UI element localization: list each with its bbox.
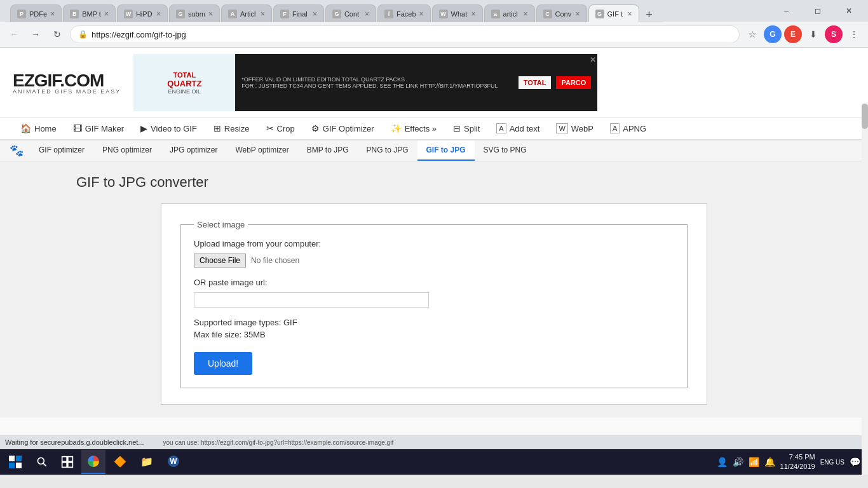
browser-tab-10[interactable]: a articl ×	[484, 4, 535, 22]
nav-split[interactable]: ⊟ Split	[445, 118, 487, 140]
upload-button[interactable]: Upload!	[194, 352, 252, 375]
taskbar-search[interactable]	[31, 450, 53, 474]
browser-tab-4[interactable]: G subm ×	[169, 4, 220, 22]
sub-nav-png-to-jpg[interactable]: PNG to JPG	[357, 140, 417, 161]
sub-nav-gif-to-jpg[interactable]: GIF to JPG	[417, 140, 475, 161]
nav-add-text[interactable]: A Add text	[489, 118, 547, 140]
start-button[interactable]	[3, 450, 28, 474]
tab-close-3[interactable]: ×	[153, 10, 161, 18]
file-input-row: Choose File No file chosen	[194, 254, 674, 268]
profile-icon-1[interactable]: G	[764, 25, 782, 43]
browser-tab-3[interactable]: W HiPD ×	[117, 4, 168, 22]
people-icon[interactable]: 👤	[717, 457, 728, 467]
supported-types: Supported image types: GIF	[194, 318, 674, 327]
tab-label-11: Conv	[555, 10, 572, 18]
tab-close-2[interactable]: ×	[101, 10, 109, 18]
taskbar-files[interactable]: 📁	[135, 450, 159, 474]
tab-favicon-9: W	[439, 10, 448, 18]
sub-nav-svg-to-png[interactable]: SVG to PNG	[475, 140, 536, 161]
ad-close-icon[interactable]: ✕	[590, 55, 596, 64]
task-view-button[interactable]	[56, 450, 79, 474]
taskbar-chrome[interactable]	[81, 450, 105, 474]
notification-icon[interactable]: 🔔	[764, 457, 775, 467]
back-button[interactable]: ←	[5, 25, 23, 43]
browser-tab-11[interactable]: C Conv ×	[536, 4, 587, 22]
sub-nav-jpg-optimizer[interactable]: JPG optimizer	[161, 140, 226, 161]
browser-tab-1[interactable]: P PDFe ×	[10, 4, 62, 22]
status-text: Waiting for securepubads.g.doubleclick.n…	[5, 438, 144, 446]
nav-apng-label: APNG	[623, 124, 646, 133]
taskbar: 🔶 📁 W 👤 🔊 📶 🔔 7:45 PM 11/24/2019 ENG US …	[0, 449, 868, 475]
tab-close-7[interactable]: ×	[362, 10, 369, 18]
browser-tab-2[interactable]: B BMP t ×	[63, 4, 116, 22]
scrollbar-thumb[interactable]	[862, 104, 868, 129]
refresh-button[interactable]: ↻	[48, 25, 66, 43]
minimize-button[interactable]: –	[772, 1, 801, 20]
browser-tab-12[interactable]: G GIF t ×	[588, 4, 639, 22]
nav-effects[interactable]: ✨ Effects »	[383, 118, 444, 140]
nav-resize[interactable]: ⊞ Resize	[206, 118, 257, 140]
nav-webp[interactable]: W WebP	[548, 118, 601, 140]
sub-nav-icon: 🐾	[10, 144, 24, 158]
nav-gif-maker[interactable]: 🎞 GIF Maker	[65, 118, 132, 140]
logo-subtitle: ANIMATED GIFS MADE EASY	[13, 88, 121, 95]
scrollbar[interactable]	[862, 104, 868, 475]
nav-gif-optimizer[interactable]: ⚙ GIF Optimizer	[304, 118, 382, 140]
sub-nav-bmp-to-jpg[interactable]: BMP to JPG	[298, 140, 358, 161]
tab-close-6[interactable]: ×	[309, 10, 317, 18]
tab-favicon-10: a	[491, 10, 500, 18]
tab-favicon-4: G	[176, 10, 185, 18]
tab-close-5[interactable]: ×	[257, 10, 265, 18]
tabs-bar: P PDFe × B BMP t × W HiPD × G	[5, 0, 663, 22]
nav-home[interactable]: 🏠 Home	[13, 118, 64, 140]
url-input[interactable]	[194, 292, 429, 308]
title-bar: P PDFe × B BMP t × W HiPD × G	[0, 0, 868, 22]
taskbar-word[interactable]: W	[161, 450, 186, 474]
tab-close-11[interactable]: ×	[573, 10, 580, 18]
url-bar[interactable]: 🔒 https://ezgif.com/gif-to-jpg	[70, 25, 740, 43]
download-icon[interactable]: ⬇	[804, 25, 822, 43]
sub-nav-png-optimizer[interactable]: PNG optimizer	[93, 140, 161, 161]
nav-apng[interactable]: A APNG	[602, 118, 654, 140]
system-clock[interactable]: 7:45 PM 11/24/2019	[780, 452, 815, 472]
choose-file-button[interactable]: Choose File	[194, 254, 246, 268]
profile-icon-3[interactable]: S	[825, 25, 843, 43]
tab-close-8[interactable]: ×	[416, 10, 424, 18]
no-file-text: No file chosen	[251, 256, 299, 265]
taskbar-vlc[interactable]: 🔶	[108, 450, 132, 474]
network-icon[interactable]: 📶	[749, 457, 759, 467]
page-title: GIF to JPG converter	[76, 174, 792, 191]
browser-tab-8[interactable]: f Faceb ×	[377, 4, 431, 22]
volume-icon[interactable]: 🔊	[733, 457, 743, 467]
tab-favicon-3: W	[124, 10, 133, 18]
sub-nav-webp-optimizer[interactable]: WebP optimizer	[226, 140, 297, 161]
tab-close-1[interactable]: ×	[47, 10, 55, 18]
nav-crop[interactable]: ✂ Crop	[259, 118, 302, 140]
tab-close-4[interactable]: ×	[205, 10, 213, 18]
forward-button[interactable]: →	[27, 25, 44, 43]
nav-video-to-gif[interactable]: ▶ Video to GIF	[133, 118, 205, 140]
new-tab-button[interactable]: +	[641, 7, 658, 22]
action-center-icon[interactable]: 💬	[850, 457, 860, 467]
sub-nav-gif-optimizer[interactable]: GIF optimizer	[30, 140, 93, 161]
resize-icon: ⊞	[214, 123, 221, 133]
browser-tab-7[interactable]: G Cont ×	[325, 4, 376, 22]
tab-close-10[interactable]: ×	[520, 10, 528, 18]
chrome-icon	[88, 456, 99, 467]
browser-tab-5[interactable]: A Articl ×	[221, 4, 272, 22]
tab-favicon-12: G	[595, 10, 604, 18]
upload-box: Select image Upload image from your comp…	[161, 203, 707, 405]
bookmark-icon[interactable]: ☆	[743, 25, 761, 43]
profile-icon-2[interactable]: E	[784, 25, 802, 43]
menu-icon[interactable]: ⋮	[845, 25, 863, 43]
browser-tab-6[interactable]: F Final ×	[273, 4, 324, 22]
tab-close-9[interactable]: ×	[468, 10, 476, 18]
close-button[interactable]: ✕	[834, 1, 863, 20]
tab-label-3: HiPD	[136, 10, 153, 18]
tab-label-9: What	[451, 10, 468, 18]
tab-label-12: GIF t	[607, 10, 623, 18]
tab-close-12[interactable]: ×	[625, 10, 632, 18]
svg-point-0	[37, 458, 44, 464]
browser-tab-9[interactable]: W What ×	[432, 4, 483, 22]
restore-button[interactable]: ◻	[803, 1, 832, 20]
